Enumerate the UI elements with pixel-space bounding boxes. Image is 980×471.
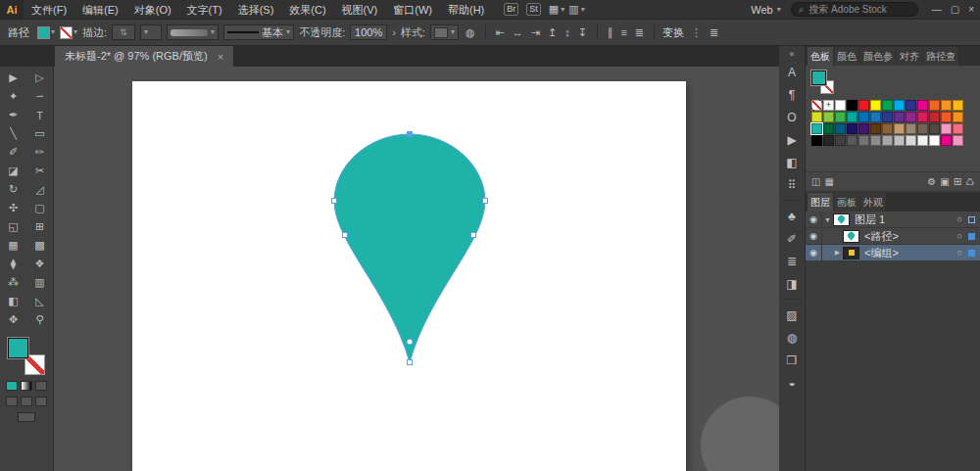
bridge-button[interactable]: Br [504, 3, 518, 16]
swatch[interactable] [906, 123, 916, 134]
target-circle-icon[interactable]: ○ [957, 248, 962, 258]
swatch[interactable] [858, 100, 869, 111]
draw-inside-button[interactable] [35, 397, 47, 406]
magic-wand-tool[interactable]: ✦ [0, 87, 26, 106]
anchor-point[interactable] [408, 360, 413, 365]
tab-align[interactable]: 对齐 [897, 47, 922, 66]
selection-indicator-icon[interactable] [968, 250, 975, 257]
swatch[interactable] [894, 112, 905, 122]
stroke-weight-stepper[interactable]: ⇅ [112, 24, 135, 40]
zoom-tool[interactable]: ⚲ [26, 310, 53, 329]
draw-behind-button[interactable] [21, 397, 32, 406]
visibility-toggle-icon[interactable]: ◉ [806, 212, 822, 228]
swatch[interactable] [835, 100, 846, 111]
new-color-group-icon[interactable]: ▣ [940, 176, 949, 187]
swatch[interactable] [811, 112, 822, 122]
delete-swatch-icon[interactable]: ♺ [965, 176, 974, 187]
opacity-panel-arrow-icon[interactable]: › [392, 26, 396, 38]
swatch[interactable] [953, 135, 963, 146]
swatch[interactable] [847, 123, 858, 134]
transform-link[interactable]: 变换 [662, 25, 684, 40]
swatch[interactable] [870, 112, 881, 122]
close-tab-icon[interactable]: × [218, 51, 223, 63]
character-panel-icon[interactable]: A [779, 61, 805, 83]
column-graph-tool[interactable]: ▥ [26, 273, 53, 292]
distribute-vertical-icon[interactable]: ≣ [633, 26, 646, 39]
distribute-center-icon[interactable]: ≡ [618, 26, 628, 38]
mesh-tool[interactable]: ▦ [0, 236, 26, 255]
swatch[interactable] [941, 135, 952, 146]
swatch[interactable] [917, 123, 928, 134]
target-circle-icon[interactable]: ○ [957, 231, 962, 241]
swatch[interactable] [882, 123, 893, 134]
hand-tool[interactable]: ✥ [0, 310, 26, 329]
anchor-point[interactable] [471, 233, 476, 238]
swatch[interactable] [906, 100, 916, 111]
swatch-options-icon[interactable]: ⚙ [927, 176, 936, 187]
opacity-value[interactable]: 100% [350, 24, 387, 40]
window-menu[interactable]: 窗口(W) [385, 0, 440, 20]
control-columns-icon[interactable]: ⋮ [689, 26, 704, 39]
tab-layers[interactable]: 图层 [808, 193, 833, 212]
swatch[interactable] [941, 112, 952, 122]
swatch[interactable] [929, 112, 940, 122]
pin-shape[interactable] [334, 134, 485, 362]
swatch[interactable] [823, 123, 834, 134]
paintbrush-tool[interactable]: ✐ [0, 143, 26, 162]
layer-row[interactable]: ◉▶<编组>○ [806, 245, 980, 261]
swatch[interactable] [870, 135, 881, 146]
tab-color[interactable]: 颜色 [834, 47, 859, 66]
draw-normal-button[interactable] [6, 397, 18, 406]
scissors-tool[interactable]: ✂ [26, 162, 53, 180]
swatch[interactable] [835, 112, 846, 122]
workspace-switcher[interactable]: Web▾ [751, 4, 780, 16]
help-menu[interactable]: 帮助(H) [440, 0, 492, 20]
symbols-panel-icon[interactable]: ♣ [779, 205, 805, 227]
align-vertical-bottom-icon[interactable]: ↧ [576, 26, 589, 39]
swatch[interactable] [858, 135, 869, 146]
width-profile-dropdown[interactable]: ▾ [167, 24, 219, 40]
opentype-panel-icon[interactable]: O [779, 106, 805, 128]
swatch[interactable] [917, 112, 928, 122]
swatch[interactable] [917, 135, 928, 146]
anchor-point[interactable] [483, 199, 488, 204]
swatch[interactable] [894, 135, 905, 146]
pen-tool[interactable]: ✒ [0, 106, 26, 124]
swatch[interactable] [953, 123, 963, 134]
screen-mode-button[interactable] [18, 412, 35, 422]
anchor-point[interactable] [408, 132, 413, 137]
effect-menu[interactable]: 效果(C) [281, 0, 333, 20]
control-panel-menu-icon[interactable]: ≣ [708, 26, 720, 39]
eyedropper-tool[interactable]: ⧫ [0, 255, 26, 273]
layer-name[interactable]: 图层 1 [855, 212, 885, 227]
selection-indicator-icon[interactable] [968, 216, 975, 223]
swatch[interactable] [894, 100, 905, 111]
minimize-button[interactable]: — [932, 4, 942, 15]
stock-search-input[interactable]: ⌕ 搜索 Adobe Stock [791, 2, 918, 17]
blend-tool[interactable]: ❖ [26, 255, 53, 273]
restore-button[interactable]: ▢ [951, 4, 959, 15]
pencil-tool[interactable]: ✏ [26, 143, 53, 162]
align-vertical-top-icon[interactable]: ↥ [546, 26, 559, 39]
swatch[interactable] [929, 100, 940, 111]
swatch[interactable] [929, 123, 940, 134]
swatch[interactable] [941, 100, 952, 111]
tab-artboards[interactable]: 画板 [834, 193, 859, 212]
graphic-style-dropdown[interactable]: ▾ [430, 24, 459, 40]
links-panel-icon[interactable]: ◒ [779, 371, 805, 394]
disclosure-triangle-icon[interactable]: ▶ [832, 249, 843, 257]
swatch[interactable] [823, 135, 834, 146]
free-transform-tool[interactable]: ▢ [26, 199, 53, 217]
selection-indicator-icon[interactable] [968, 233, 975, 240]
artboard-tool[interactable]: ◧ [0, 292, 26, 310]
eraser-tool[interactable]: ◪ [0, 162, 26, 180]
paragraph-panel-icon[interactable]: ¶ [779, 83, 805, 106]
target-circle-icon[interactable]: ○ [957, 214, 962, 224]
expand-panels-icon[interactable]: « [789, 46, 794, 61]
anchor-point[interactable] [343, 233, 348, 238]
tab-pathfinder[interactable]: 路径查 [923, 47, 958, 66]
lasso-tool[interactable]: ∽ [26, 87, 53, 106]
actions-panel-icon[interactable]: ▶ [779, 128, 805, 151]
none-mode-button[interactable] [35, 381, 47, 391]
stroke-weight-dropdown[interactable]: ▾ [140, 24, 162, 40]
